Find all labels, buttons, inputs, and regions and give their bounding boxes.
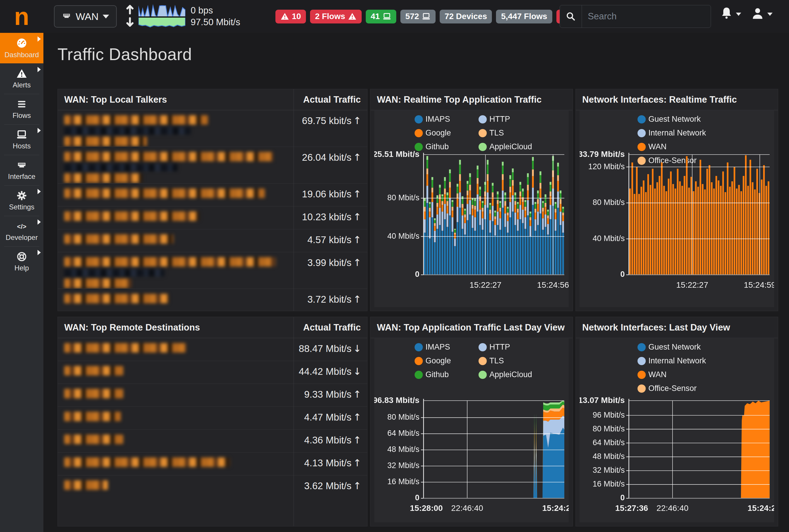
sidebar-item-developer[interactable]: </>Developer (0, 216, 43, 246)
traffic-value: 4.13 Mbit/s↑ (294, 453, 367, 475)
sidebar-item-dashboard[interactable]: Dashboard (0, 33, 43, 63)
up-arrow-icon: ↑ (353, 293, 361, 305)
redacted-host-name[interactable] (58, 453, 294, 475)
redacted-text (64, 115, 208, 125)
chevron-right-icon (38, 128, 41, 133)
search-input[interactable] (582, 11, 711, 22)
redacted-text (64, 211, 200, 221)
traffic-value: 88.47 Mbit/s↓ (294, 338, 367, 361)
chart-title: WAN: Realtime Top Application Traffic (377, 94, 542, 105)
sidebar-item-settings[interactable]: Settings (0, 185, 43, 216)
table-row[interactable]: 69.75 kbit/s↑ (58, 110, 367, 147)
redacted-host-name[interactable] (58, 147, 294, 183)
redacted-text (64, 164, 177, 171)
warning-icon (348, 12, 357, 21)
redacted-host-name[interactable] (58, 207, 294, 229)
redacted-text (64, 257, 276, 267)
redacted-host-name[interactable] (58, 430, 294, 452)
table-row[interactable]: 4.13 Mbit/s↑ (58, 453, 367, 475)
sidebar-item-label: Interface (8, 172, 35, 180)
table-row[interactable]: 3.62 Mbit/s↑ (58, 475, 367, 526)
realtime-app-traffic-chart[interactable] (374, 111, 569, 307)
laptop-icon (422, 12, 431, 21)
redacted-text (64, 294, 169, 303)
redacted-host-name[interactable] (58, 407, 294, 429)
table-row[interactable]: 4.36 Mbit/s↑ (58, 430, 367, 453)
redacted-host-name[interactable] (58, 252, 294, 289)
lastday-interfaces-chart[interactable] (580, 339, 774, 522)
up-arrow-icon: ↑ (353, 188, 361, 200)
chart-title: WAN: Top Application Traffic Last Day Vi… (377, 322, 565, 333)
traffic-value: 4.36 Mbit/s↑ (294, 430, 367, 452)
sidebar-item-interface[interactable]: Interface (0, 155, 43, 185)
status-badge[interactable]: 41 (366, 10, 396, 23)
traffic-value: 4.57 kbit/s↑ (294, 229, 367, 252)
status-badge[interactable]: 5,447 Flows (496, 10, 552, 23)
chevron-down-icon (103, 15, 109, 18)
up-arrow-icon: ↑ (353, 152, 361, 163)
table-row[interactable]: 88.47 Mbit/s↓ (58, 338, 367, 361)
table-row[interactable]: 9.33 Mbit/s↑ (58, 384, 367, 407)
chart-title: Network Interfaces: Last Day View (582, 322, 730, 333)
realtime-app-traffic-chart-card: WAN: Realtime Top Application Traffic (370, 89, 573, 311)
up-arrow-icon: ↑ (353, 412, 361, 423)
ethernet-icon (62, 11, 72, 22)
table-row[interactable]: 10.23 kbit/s↑ (58, 207, 367, 229)
status-badge[interactable]: 10 (276, 10, 306, 23)
traffic-value: 3.72 kbit/s↑ (294, 289, 367, 311)
badge-label: 572 (405, 12, 419, 21)
table-row[interactable]: 4.47 Mbit/s↑ (58, 407, 367, 430)
sidebar-item-label: Settings (9, 203, 35, 211)
sidebar-item-label: Hosts (13, 142, 31, 150)
redacted-host-name[interactable] (58, 110, 294, 147)
upload-rate: 0 bps (191, 5, 240, 16)
redacted-host-name[interactable] (58, 229, 294, 252)
sidebar-nav: DashboardAlertsFlowsHostsInterfaceSettin… (0, 33, 43, 532)
interface-selector[interactable]: WAN (54, 5, 117, 27)
lastday-app-traffic-chart[interactable] (374, 339, 569, 522)
traffic-value: 3.99 kbit/s↑ (294, 252, 367, 289)
sidebar-item-alerts[interactable]: Alerts (0, 63, 43, 94)
sidebar-item-flows[interactable]: Flows (0, 94, 43, 125)
sidebar-item-hosts[interactable]: Hosts (0, 125, 43, 155)
redacted-host-name[interactable] (58, 338, 294, 361)
chevron-right-icon (38, 250, 41, 255)
table-row[interactable]: 3.72 kbit/s↑ (58, 289, 367, 311)
redacted-host-name[interactable] (58, 184, 294, 206)
redacted-host-name[interactable] (58, 361, 294, 384)
chevron-right-icon (38, 67, 41, 72)
column-header-actual-traffic: Actual Traffic (303, 94, 361, 105)
redacted-host-name[interactable] (58, 475, 294, 526)
up-arrow-icon: ↑ (353, 257, 361, 268)
realtime-interfaces-chart[interactable] (580, 111, 774, 307)
table-row[interactable]: 44.42 Mbit/s↓ (58, 361, 367, 384)
redacted-text (64, 412, 121, 421)
badge-label: 41 (371, 12, 380, 21)
code-icon: </> (15, 221, 28, 232)
user-menu[interactable] (751, 6, 773, 22)
sidebar-item-help[interactable]: Help (0, 246, 43, 277)
lifering-icon (16, 251, 27, 262)
up-arrow-icon: ↑ (353, 457, 361, 469)
redacted-text (64, 279, 132, 288)
table-title: WAN: Top Remote Destinations (64, 322, 200, 333)
table-row[interactable]: 19.06 kbit/s↑ (58, 184, 367, 207)
redacted-host-name[interactable] (58, 384, 294, 406)
table-row[interactable]: 3.99 kbit/s↑ (58, 252, 367, 289)
table-row[interactable]: 26.04 kbit/s↑ (58, 147, 367, 184)
badge-label: 10 (292, 12, 301, 21)
status-badge[interactable]: 2 Flows (310, 10, 362, 23)
table-row[interactable]: 4.57 kbit/s↑ (58, 229, 367, 252)
search-icon (560, 5, 582, 27)
flows-icon (16, 98, 27, 110)
redacted-text (64, 480, 108, 490)
chevron-right-icon (38, 220, 41, 225)
down-arrow-icon: ↓ (353, 343, 361, 354)
status-badge[interactable]: 72 Devices (440, 10, 492, 23)
app-logo[interactable]: n (0, 2, 43, 31)
notifications-menu[interactable] (720, 6, 741, 22)
chevron-down-icon (736, 13, 741, 16)
redacted-host-name[interactable] (58, 289, 294, 311)
status-badge[interactable]: 572 (400, 10, 436, 23)
traffic-sparkline (138, 4, 185, 29)
